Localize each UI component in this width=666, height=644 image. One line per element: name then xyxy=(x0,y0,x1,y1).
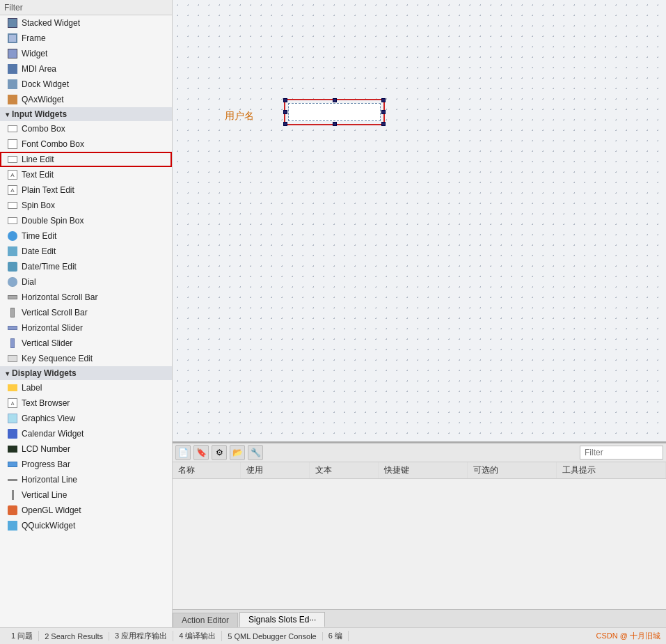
list-item-date-edit[interactable]: Date Edit xyxy=(0,244,172,259)
textedit-icon: A xyxy=(7,169,18,180)
item-label: Frame xyxy=(22,33,46,43)
list-item-font-combo-box[interactable]: Font Combo Box xyxy=(0,136,172,152)
list-item-label[interactable]: Label xyxy=(0,380,172,395)
item-label: Progress Bar xyxy=(22,460,70,469)
status-item-qml-debugger[interactable]: 5 QML Debugger Console xyxy=(222,632,322,641)
textbrowser-icon: A xyxy=(7,398,18,409)
dial-icon xyxy=(7,276,18,288)
col-optional: 可选的 xyxy=(468,462,557,479)
doublespinbox-icon xyxy=(7,215,18,226)
status-bar: 1 问题 2 Search Results 3 应用程序输出 4 编译输出 5 … xyxy=(0,627,666,644)
list-item-datetime-edit[interactable]: Date/Time Edit xyxy=(0,259,172,274)
list-item-combo-box[interactable]: Combo Box xyxy=(0,121,172,136)
combo-icon xyxy=(7,123,18,134)
handle-ml xyxy=(283,110,287,114)
item-label: Dial xyxy=(22,277,36,287)
item-label: Date Edit xyxy=(22,246,56,256)
plaintextedit-icon: A xyxy=(7,184,18,196)
section-label: Input Widgets xyxy=(12,109,67,119)
right-area: 用户名 📄 🔖 ⚙ xyxy=(173,0,666,627)
toolbar-btn-new[interactable]: 📄 xyxy=(175,445,191,460)
status-item-problems[interactable]: 1 问题 xyxy=(6,631,39,641)
toolbar-btn-bookmark[interactable]: 🔖 xyxy=(193,445,209,460)
list-item-text-browser[interactable]: A Text Browser xyxy=(0,395,172,411)
toolbar-btn-settings[interactable]: ⚙ xyxy=(212,445,227,460)
item-label: Text Edit xyxy=(22,170,54,180)
section-input-widgets[interactable]: Input Widgets xyxy=(0,107,172,121)
handle-br xyxy=(381,122,386,126)
list-item-horizontal-line[interactable]: Horizontal Line xyxy=(0,472,172,487)
list-item-dock-widget[interactable]: Dock Widget xyxy=(0,77,172,92)
col-use: 使用 xyxy=(241,462,310,479)
list-item-graphics-view[interactable]: Graphics View xyxy=(0,411,172,426)
status-item-compile-output[interactable]: 4 编译输出 xyxy=(173,631,222,641)
col-tooltip: 工具提示 xyxy=(557,462,666,479)
list-item-dial[interactable]: Dial xyxy=(0,274,172,290)
hscrollbar-icon xyxy=(7,292,18,303)
stacked-icon xyxy=(7,17,18,29)
section-display-widgets[interactable]: Display Widgets xyxy=(0,366,172,380)
item-label: Horizontal Slider xyxy=(22,323,83,333)
list-item-lcd-number[interactable]: LCD Number xyxy=(0,441,172,457)
lcd-icon xyxy=(7,443,18,455)
toolbar-btn-open[interactable]: 📂 xyxy=(230,445,245,460)
tab-action-editor[interactable]: Action Editor xyxy=(173,613,238,627)
item-label: Graphics View xyxy=(22,414,75,423)
list-item-key-sequence-edit[interactable]: Key Sequence Edit xyxy=(0,351,172,366)
list-item-opengl-widget[interactable]: OpenGL Widget xyxy=(0,503,172,518)
item-label: Time Edit xyxy=(22,231,56,241)
item-label: Plain Text Edit xyxy=(22,185,74,195)
opengl-icon xyxy=(7,505,18,516)
item-label: Widget xyxy=(22,49,47,58)
left-panel: Filter Stacked Widget Frame Widget xyxy=(0,0,173,627)
design-canvas-container[interactable]: 用户名 xyxy=(173,0,666,443)
list-item-double-spin-box[interactable]: Double Spin Box xyxy=(0,213,172,228)
qax-icon xyxy=(7,94,18,105)
list-item-time-edit[interactable]: Time Edit xyxy=(0,228,172,244)
canvas-lineedit-widget[interactable] xyxy=(284,99,385,125)
filter-input-right[interactable] xyxy=(580,446,663,460)
list-item-progress-bar[interactable]: Progress Bar xyxy=(0,457,172,472)
toolbar-btn-tool[interactable]: 🔧 xyxy=(248,445,263,460)
list-item-horizontal-scroll-bar[interactable]: Horizontal Scroll Bar xyxy=(0,290,172,305)
list-item-vertical-slider[interactable]: Vertical Slider xyxy=(0,336,172,351)
list-item-text-edit[interactable]: A Text Edit xyxy=(0,167,172,182)
list-item-horizontal-slider[interactable]: Horizontal Slider xyxy=(0,320,172,336)
progress-icon xyxy=(7,459,18,470)
item-label: Horizontal Line xyxy=(22,475,77,485)
status-item-edit[interactable]: 6 编 xyxy=(323,631,349,641)
item-label: Calendar Widget xyxy=(22,429,84,439)
list-item-mdi-area[interactable]: MDI Area xyxy=(0,61,172,77)
item-label: Combo Box xyxy=(22,124,65,134)
tab-signals-slots[interactable]: Signals Slots Ed··· xyxy=(239,612,325,627)
status-item-app-output[interactable]: 3 应用程序输出 xyxy=(109,631,173,641)
list-item-widget[interactable]: Widget xyxy=(0,46,172,61)
col-name: 名称 xyxy=(173,462,241,479)
col-text: 文本 xyxy=(310,462,379,479)
list-item-stacked-widget[interactable]: Stacked Widget xyxy=(0,15,172,31)
design-canvas[interactable]: 用户名 xyxy=(173,0,666,441)
list-item-spin-box[interactable]: Spin Box xyxy=(0,198,172,213)
list-item-plain-text-edit[interactable]: A Plain Text Edit xyxy=(0,182,172,198)
widget-icon xyxy=(7,48,18,59)
list-item-qquick-widget[interactable]: QQuickWidget xyxy=(0,518,172,533)
fontcombo-icon xyxy=(7,139,18,150)
list-item-line-edit[interactable]: Line Edit xyxy=(0,152,172,167)
vslider-icon xyxy=(7,338,18,349)
handle-tc xyxy=(333,98,337,102)
list-item-vertical-scroll-bar[interactable]: Vertical Scroll Bar xyxy=(0,305,172,320)
timeedit-icon xyxy=(7,230,18,242)
item-label: QQuickWidget xyxy=(22,521,75,531)
widget-list: Stacked Widget Frame Widget MDI Area Doc… xyxy=(0,15,172,533)
list-item-frame[interactable]: Frame xyxy=(0,31,172,46)
status-item-search[interactable]: 2 Search Results xyxy=(39,632,109,641)
item-label: Vertical Scroll Bar xyxy=(22,308,88,317)
bottom-toolbar: 📄 🔖 ⚙ 📂 🔧 xyxy=(173,443,666,462)
list-item-vertical-line[interactable]: Vertical Line xyxy=(0,487,172,503)
item-label: Horizontal Scroll Bar xyxy=(22,292,97,302)
list-item-qaxwidget[interactable]: QAxWidget xyxy=(0,92,172,107)
lineedit-icon xyxy=(7,154,18,165)
item-label: Vertical Line xyxy=(22,490,67,500)
list-item-calendar-widget[interactable]: Calendar Widget xyxy=(0,426,172,441)
item-label: Vertical Slider xyxy=(22,338,72,348)
